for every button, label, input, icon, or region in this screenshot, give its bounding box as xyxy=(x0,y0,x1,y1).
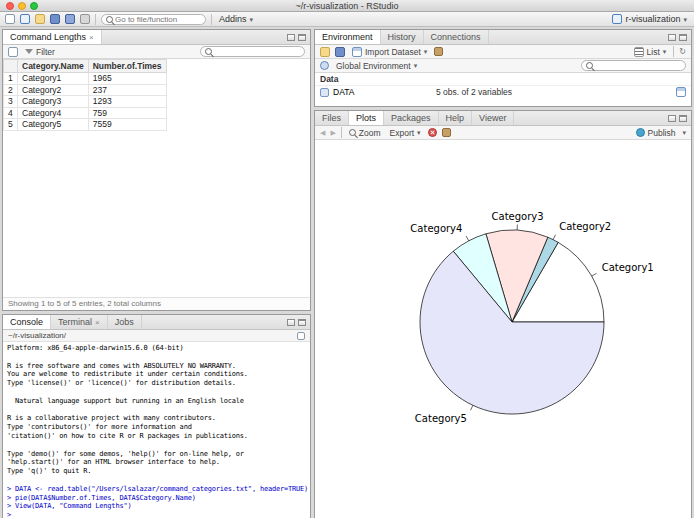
main-toolbar: Addins ▾ r-visualization ▾ xyxy=(0,12,694,27)
tab-files[interactable]: Files xyxy=(315,111,349,125)
pie-chart: Category1Category2Category3Category4Cate… xyxy=(315,140,692,515)
close-tab-icon[interactable]: × xyxy=(95,318,100,327)
next-plot-icon[interactable]: ▶ xyxy=(330,129,335,137)
list-view-button[interactable]: List ▾ xyxy=(632,47,669,57)
zoom-button[interactable]: Zoom xyxy=(347,128,383,138)
dataframe-icon xyxy=(320,88,329,97)
tab-history[interactable]: History xyxy=(381,30,424,44)
row-number-header[interactable] xyxy=(4,60,18,73)
tab-help[interactable]: Help xyxy=(439,111,473,125)
tab-environment[interactable]: Environment xyxy=(315,30,381,44)
pie-label-Category5: Category5 xyxy=(415,413,467,424)
pie-leader-line xyxy=(592,273,597,276)
filter-button[interactable]: Filter xyxy=(23,47,57,57)
console-output[interactable]: Platform: x86_64-apple-darwin15.6.0 (64-… xyxy=(3,342,310,518)
save-workspace-icon[interactable] xyxy=(335,47,345,57)
environment-toolbar: Import Dataset ▾ List ▾ ↻ xyxy=(315,45,691,59)
console-popout-icon[interactable] xyxy=(297,332,305,340)
column-header-number-of-times[interactable]: Number.of.Times xyxy=(88,60,166,73)
addins-button[interactable]: Addins ▾ xyxy=(217,14,255,24)
load-workspace-icon[interactable] xyxy=(320,47,330,57)
clear-plots-icon[interactable] xyxy=(442,128,451,137)
new-file-icon[interactable] xyxy=(5,14,15,24)
minimize-pane-icon[interactable] xyxy=(287,319,295,326)
table-row: 5Category57559 xyxy=(4,119,167,131)
maximize-pane-icon[interactable] xyxy=(298,34,306,41)
minimize-window-button[interactable] xyxy=(18,2,26,10)
tab-command-lengths[interactable]: Command Lengths × xyxy=(3,30,102,44)
clear-environment-icon[interactable] xyxy=(434,47,443,56)
list-icon xyxy=(634,47,644,57)
toolbar-separator xyxy=(673,46,674,57)
tab-viewer[interactable]: Viewer xyxy=(472,111,514,125)
search-icon xyxy=(106,16,113,23)
chevron-down-icon: ▾ xyxy=(424,48,428,55)
console-output-line: Type 'demo()' for some demos, 'help()' f… xyxy=(7,450,306,459)
console-pathbar: ~/r-visualization/ xyxy=(3,330,310,342)
column-header-category-name[interactable]: Category.Name xyxy=(18,60,89,73)
open-file-icon[interactable] xyxy=(35,14,45,24)
maximize-pane-icon[interactable] xyxy=(298,319,306,326)
console-output-line: R is free software and comes with ABSOLU… xyxy=(7,362,306,371)
tab-connections[interactable]: Connections xyxy=(424,30,489,44)
data-viewer-pane: Command Lengths × Filter xyxy=(2,29,311,311)
maximize-pane-icon[interactable] xyxy=(679,34,687,41)
close-window-button[interactable] xyxy=(6,2,14,10)
chevron-down-icon[interactable]: ▾ xyxy=(682,129,686,136)
close-tab-icon[interactable]: × xyxy=(89,33,94,42)
viewer-toolbar: Filter xyxy=(3,45,310,59)
minimize-pane-icon[interactable] xyxy=(287,34,295,41)
r-icon xyxy=(320,61,329,70)
filter-funnel-icon xyxy=(25,49,33,54)
console-output-line xyxy=(7,441,306,450)
console-output-line: Type 'q()' to quit R. xyxy=(7,467,306,476)
goto-file-input[interactable] xyxy=(115,15,201,24)
rstudio-window: ~/r-visualization - RStudio Addins ▾ r-v… xyxy=(0,0,694,518)
pie-leader-line xyxy=(553,235,555,240)
titlebar: ~/r-visualization - RStudio xyxy=(0,0,694,12)
data-grid: Category.Name Number.of.Times 1Category1… xyxy=(3,59,310,297)
popout-icon[interactable] xyxy=(8,47,18,57)
chevron-down-icon: ▾ xyxy=(417,129,421,136)
console-output-line: 'citation()' on how to cite R or R packa… xyxy=(7,432,306,441)
minimize-pane-icon[interactable] xyxy=(668,115,676,122)
console-command-line: > xyxy=(7,511,306,518)
chevron-down-icon: ▾ xyxy=(250,16,254,23)
tab-plots[interactable]: Plots xyxy=(349,111,384,125)
global-environment-selector[interactable]: Global Environment ▾ xyxy=(334,61,419,71)
save-all-icon[interactable] xyxy=(65,14,75,24)
goto-file-search xyxy=(101,14,206,25)
remove-plot-icon[interactable] xyxy=(428,128,437,137)
project-button[interactable]: r-visualization ▾ xyxy=(610,14,689,24)
export-button[interactable]: Export ▾ xyxy=(388,128,423,138)
grid-footer: Showing 1 to 5 of 5 entries, 2 total col… xyxy=(3,297,310,310)
tab-jobs[interactable]: Jobs xyxy=(108,315,142,329)
print-icon[interactable] xyxy=(80,14,90,24)
publish-button[interactable]: Publish xyxy=(634,128,678,138)
viewer-search xyxy=(200,46,305,57)
tab-console[interactable]: Console xyxy=(3,315,51,329)
viewer-table-body: 1Category119652Category22373Category3129… xyxy=(4,73,167,131)
zoom-window-button[interactable] xyxy=(30,2,38,10)
environment-entry-data[interactable]: DATA 5 obs. of 2 variables xyxy=(315,86,691,98)
save-icon[interactable] xyxy=(50,14,60,24)
console-command-line: > DATA <- read.table("/Users/lsalazar/co… xyxy=(7,485,306,494)
search-icon xyxy=(586,62,593,69)
previous-plot-icon[interactable]: ◀ xyxy=(320,129,325,137)
chevron-down-icon: ▾ xyxy=(663,48,667,55)
tab-packages[interactable]: Packages xyxy=(384,111,439,125)
view-data-icon[interactable] xyxy=(676,87,686,97)
viewer-search-input[interactable] xyxy=(214,47,300,56)
import-dataset-button[interactable]: Import Dataset ▾ xyxy=(350,47,429,57)
new-project-icon[interactable] xyxy=(20,14,30,24)
tab-terminal[interactable]: Terminal × xyxy=(51,315,108,329)
environment-search-input[interactable] xyxy=(595,61,681,70)
plots-toolbar: ◀ ▶ Zoom Export ▾ xyxy=(315,126,691,140)
minimize-pane-icon[interactable] xyxy=(668,34,676,41)
plots-pane: Files Plots Packages Help Viewer ◀ ▶ xyxy=(314,110,692,518)
refresh-icon[interactable]: ↻ xyxy=(679,48,686,56)
viewer-tabbar: Command Lengths × xyxy=(3,30,310,45)
console-output-line: Platform: x86_64-apple-darwin15.6.0 (64-… xyxy=(7,344,306,353)
console-pane: Console Terminal × Jobs ~/r-visualizatio… xyxy=(2,314,311,518)
maximize-pane-icon[interactable] xyxy=(679,115,687,122)
